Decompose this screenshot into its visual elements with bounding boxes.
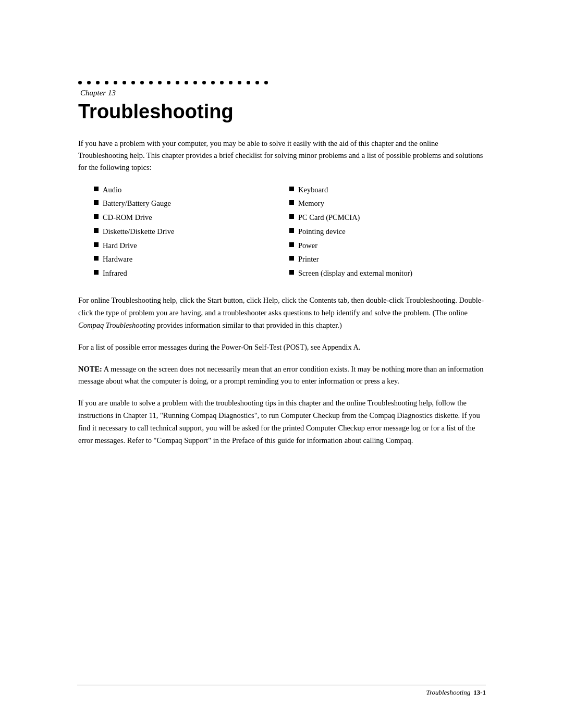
dot-12: [176, 81, 179, 84]
bullet-col-right: Keyboard Memory PC Card (PCMCIA) Pointin…: [289, 184, 485, 282]
dot-13: [185, 81, 188, 84]
note-paragraph: NOTE: A message on the screen does not n…: [78, 363, 485, 388]
bullet-label: Audio: [103, 184, 121, 196]
dot-6: [123, 81, 126, 84]
bullet-label: Infrared: [103, 268, 127, 279]
bullet-icon: [94, 242, 99, 247]
dot-17: [220, 81, 224, 84]
bullet-label: Pointing device: [298, 226, 346, 238]
page: Chapter 13 Troubleshooting If you have a…: [0, 0, 563, 728]
bullet-icon: [289, 256, 294, 261]
bullet-label: Hardware: [103, 254, 132, 265]
bullet-list-columns: Audio Battery/Battery Gauge CD-ROM Drive…: [94, 184, 485, 282]
bullet-label: Power: [298, 240, 317, 252]
dot-14: [193, 81, 197, 84]
body-paragraph-3: If you are unable to solve a problem wit…: [78, 397, 485, 447]
dot-18: [229, 81, 232, 84]
list-item: Power: [289, 240, 485, 252]
list-item: Pointing device: [289, 226, 485, 238]
dot-8: [140, 81, 144, 84]
dot-15: [202, 81, 206, 84]
list-item: CD-ROM Drive: [94, 212, 289, 224]
dot-5: [114, 81, 117, 84]
dot-2: [87, 81, 91, 84]
dot-11: [167, 81, 170, 84]
dot-4: [105, 81, 108, 84]
dot-22: [264, 81, 268, 84]
bullet-label: Screen (display and external monitor): [298, 268, 412, 279]
bullet-label: Keyboard: [298, 184, 328, 196]
dot-3: [96, 81, 100, 84]
bullet-label: Battery/Battery Gauge: [103, 198, 171, 209]
dot-20: [247, 81, 250, 84]
list-item: Hard Drive: [94, 240, 289, 252]
dot-21: [255, 81, 259, 84]
body-paragraph-1: For online Troubleshooting help, click t…: [78, 294, 485, 332]
dot-1: [78, 81, 82, 84]
body-paragraph-2: For a list of possible error messages du…: [78, 341, 485, 354]
bullet-icon: [289, 270, 294, 275]
list-item: Keyboard: [289, 184, 485, 196]
dot-9: [149, 81, 153, 84]
chapter-label: Chapter 13: [80, 89, 485, 97]
intro-paragraph: If you have a problem with your computer…: [78, 138, 485, 174]
list-item: Battery/Battery Gauge: [94, 198, 289, 209]
bullet-icon: [94, 187, 99, 191]
list-item: Printer: [289, 254, 485, 265]
bullet-col-left: Audio Battery/Battery Gauge CD-ROM Drive…: [94, 184, 289, 282]
bullet-icon: [94, 270, 99, 275]
bullet-icon: [289, 242, 294, 247]
footer-chapter-title: Troubleshooting: [426, 688, 470, 697]
bullet-icon: [94, 256, 99, 261]
bullet-icon: [94, 214, 99, 219]
bullet-icon: [289, 200, 294, 205]
dot-7: [131, 81, 135, 84]
bullet-label: CD-ROM Drive: [103, 212, 152, 224]
list-item: Audio: [94, 184, 289, 196]
bullet-label: Hard Drive: [103, 240, 137, 252]
dot-19: [238, 81, 241, 84]
content-area: Chapter 13 Troubleshooting If you have a…: [78, 0, 485, 498]
list-item: PC Card (PCMCIA): [289, 212, 485, 224]
list-item: Memory: [289, 198, 485, 209]
bullet-label: Diskette/Diskette Drive: [103, 226, 174, 238]
bullet-icon: [289, 228, 294, 233]
footer-page-number: 13-1: [473, 688, 486, 697]
bullet-label: PC Card (PCMCIA): [298, 212, 360, 224]
bullet-icon: [94, 228, 99, 233]
bullet-icon: [289, 214, 294, 219]
dot-16: [211, 81, 215, 84]
footer: Troubleshooting 13-1: [77, 685, 486, 697]
note-label: NOTE:: [78, 365, 102, 373]
list-item: Screen (display and external monitor): [289, 268, 485, 279]
chapter-title: Troubleshooting: [78, 101, 485, 123]
italic-compaq: Compaq Troubleshooting: [78, 321, 155, 329]
bullet-icon: [94, 200, 99, 205]
list-item: Infrared: [94, 268, 289, 279]
decorative-dots: [78, 81, 485, 84]
bullet-label: Memory: [298, 198, 324, 209]
list-item: Diskette/Diskette Drive: [94, 226, 289, 238]
dot-10: [158, 81, 162, 84]
bullet-icon: [289, 187, 294, 191]
bullet-label: Printer: [298, 254, 319, 265]
list-item: Hardware: [94, 254, 289, 265]
note-text: A message on the screen does not necessa…: [78, 365, 484, 386]
